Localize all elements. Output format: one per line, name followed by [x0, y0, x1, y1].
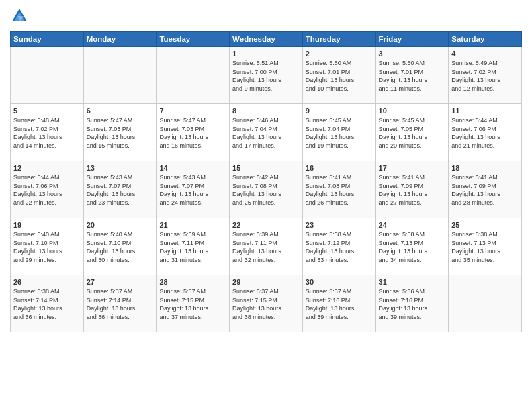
day-info: Sunrise: 5:50 AM Sunset: 7:01 PM Dayligh… — [379, 59, 446, 93]
day-info: Sunrise: 5:39 AM Sunset: 7:11 PM Dayligh… — [159, 230, 226, 264]
day-number: 26 — [13, 278, 81, 286]
calendar-table: SundayMondayTuesdayWednesdayThursdayFrid… — [10, 31, 522, 332]
day-info: Sunrise: 5:45 AM Sunset: 7:05 PM Dayligh… — [379, 116, 446, 150]
day-number: 16 — [306, 164, 373, 172]
day-cell-20: 20Sunrise: 5:40 AM Sunset: 7:10 PM Dayli… — [83, 218, 157, 275]
logo — [10, 7, 32, 26]
day-info: Sunrise: 5:45 AM Sunset: 7:04 PM Dayligh… — [306, 116, 373, 150]
page: SundayMondayTuesdayWednesdayThursdayFrid… — [0, 0, 532, 411]
day-cell-24: 24Sunrise: 5:38 AM Sunset: 7:13 PM Dayli… — [375, 218, 449, 275]
day-cell-2: 2Sunrise: 5:50 AM Sunset: 7:01 PM Daylig… — [302, 47, 375, 104]
day-cell-7: 7Sunrise: 5:47 AM Sunset: 7:03 PM Daylig… — [157, 104, 230, 161]
week-row-2: 5Sunrise: 5:48 AM Sunset: 7:02 PM Daylig… — [11, 104, 522, 161]
day-cell-empty — [157, 47, 230, 104]
col-header-monday: Monday — [83, 32, 157, 47]
day-info: Sunrise: 5:38 AM Sunset: 7:14 PM Dayligh… — [13, 287, 81, 321]
day-number: 14 — [159, 164, 226, 172]
day-info: Sunrise: 5:37 AM Sunset: 7:16 PM Dayligh… — [306, 287, 373, 321]
day-cell-empty — [11, 47, 84, 104]
day-cell-26: 26Sunrise: 5:38 AM Sunset: 7:14 PM Dayli… — [11, 275, 84, 332]
day-number: 13 — [87, 164, 154, 172]
week-row-3: 12Sunrise: 5:44 AM Sunset: 7:06 PM Dayli… — [11, 161, 522, 218]
day-cell-14: 14Sunrise: 5:43 AM Sunset: 7:07 PM Dayli… — [157, 161, 230, 218]
day-info: Sunrise: 5:51 AM Sunset: 7:00 PM Dayligh… — [232, 59, 300, 93]
col-header-sunday: Sunday — [11, 32, 84, 47]
day-cell-29: 29Sunrise: 5:37 AM Sunset: 7:15 PM Dayli… — [230, 275, 303, 332]
day-info: Sunrise: 5:38 AM Sunset: 7:13 PM Dayligh… — [451, 230, 519, 264]
day-info: Sunrise: 5:47 AM Sunset: 7:03 PM Dayligh… — [87, 116, 154, 150]
day-info: Sunrise: 5:37 AM Sunset: 7:14 PM Dayligh… — [87, 287, 154, 321]
week-row-1: 1Sunrise: 5:51 AM Sunset: 7:00 PM Daylig… — [11, 47, 522, 104]
day-number: 3 — [379, 50, 446, 58]
day-cell-27: 27Sunrise: 5:37 AM Sunset: 7:14 PM Dayli… — [83, 275, 157, 332]
col-header-tuesday: Tuesday — [157, 32, 230, 47]
day-number: 10 — [379, 107, 446, 115]
day-number: 12 — [13, 164, 81, 172]
day-info: Sunrise: 5:40 AM Sunset: 7:10 PM Dayligh… — [87, 230, 154, 264]
day-number: 22 — [232, 221, 300, 229]
day-info: Sunrise: 5:39 AM Sunset: 7:11 PM Dayligh… — [232, 230, 300, 264]
day-info: Sunrise: 5:41 AM Sunset: 7:09 PM Dayligh… — [451, 173, 519, 207]
day-cell-9: 9Sunrise: 5:45 AM Sunset: 7:04 PM Daylig… — [302, 104, 375, 161]
day-info: Sunrise: 5:36 AM Sunset: 7:16 PM Dayligh… — [379, 287, 446, 321]
col-header-friday: Friday — [375, 32, 449, 47]
col-header-saturday: Saturday — [449, 32, 522, 47]
day-number: 9 — [306, 107, 373, 115]
day-cell-empty — [83, 47, 157, 104]
day-cell-6: 6Sunrise: 5:47 AM Sunset: 7:03 PM Daylig… — [83, 104, 157, 161]
day-number: 4 — [451, 50, 519, 58]
day-info: Sunrise: 5:44 AM Sunset: 7:06 PM Dayligh… — [13, 173, 81, 207]
day-cell-5: 5Sunrise: 5:48 AM Sunset: 7:02 PM Daylig… — [11, 104, 84, 161]
day-cell-empty — [449, 275, 522, 332]
day-number: 21 — [159, 221, 226, 229]
day-number: 11 — [451, 107, 519, 115]
day-cell-17: 17Sunrise: 5:41 AM Sunset: 7:09 PM Dayli… — [375, 161, 449, 218]
day-info: Sunrise: 5:48 AM Sunset: 7:02 PM Dayligh… — [13, 116, 81, 150]
day-info: Sunrise: 5:42 AM Sunset: 7:08 PM Dayligh… — [232, 173, 300, 207]
day-number: 28 — [159, 278, 226, 286]
day-info: Sunrise: 5:44 AM Sunset: 7:06 PM Dayligh… — [451, 116, 519, 150]
day-number: 23 — [306, 221, 373, 229]
day-cell-15: 15Sunrise: 5:42 AM Sunset: 7:08 PM Dayli… — [230, 161, 303, 218]
day-number: 5 — [13, 107, 81, 115]
day-number: 29 — [232, 278, 300, 286]
day-number: 24 — [379, 221, 446, 229]
header — [10, 7, 522, 26]
day-number: 27 — [87, 278, 154, 286]
logo-icon — [10, 7, 29, 26]
day-number: 15 — [232, 164, 300, 172]
day-info: Sunrise: 5:41 AM Sunset: 7:08 PM Dayligh… — [306, 173, 373, 207]
day-info: Sunrise: 5:46 AM Sunset: 7:04 PM Dayligh… — [232, 116, 300, 150]
day-number: 30 — [306, 278, 373, 286]
day-cell-8: 8Sunrise: 5:46 AM Sunset: 7:04 PM Daylig… — [230, 104, 303, 161]
day-number: 6 — [87, 107, 154, 115]
day-cell-3: 3Sunrise: 5:50 AM Sunset: 7:01 PM Daylig… — [375, 47, 449, 104]
day-number: 2 — [306, 50, 373, 58]
day-number: 25 — [451, 221, 519, 229]
day-info: Sunrise: 5:41 AM Sunset: 7:09 PM Dayligh… — [379, 173, 446, 207]
day-number: 20 — [87, 221, 154, 229]
day-number: 19 — [13, 221, 81, 229]
day-info: Sunrise: 5:49 AM Sunset: 7:02 PM Dayligh… — [451, 59, 519, 93]
day-number: 31 — [379, 278, 446, 286]
day-number: 7 — [159, 107, 226, 115]
week-row-4: 19Sunrise: 5:40 AM Sunset: 7:10 PM Dayli… — [11, 218, 522, 275]
day-cell-31: 31Sunrise: 5:36 AM Sunset: 7:16 PM Dayli… — [375, 275, 449, 332]
day-cell-30: 30Sunrise: 5:37 AM Sunset: 7:16 PM Dayli… — [302, 275, 375, 332]
week-row-5: 26Sunrise: 5:38 AM Sunset: 7:14 PM Dayli… — [11, 275, 522, 332]
day-info: Sunrise: 5:50 AM Sunset: 7:01 PM Dayligh… — [306, 59, 373, 93]
day-cell-22: 22Sunrise: 5:39 AM Sunset: 7:11 PM Dayli… — [230, 218, 303, 275]
day-cell-4: 4Sunrise: 5:49 AM Sunset: 7:02 PM Daylig… — [449, 47, 522, 104]
day-info: Sunrise: 5:43 AM Sunset: 7:07 PM Dayligh… — [87, 173, 154, 207]
day-info: Sunrise: 5:37 AM Sunset: 7:15 PM Dayligh… — [232, 287, 300, 321]
header-row: SundayMondayTuesdayWednesdayThursdayFrid… — [11, 32, 522, 47]
day-number: 18 — [451, 164, 519, 172]
day-cell-10: 10Sunrise: 5:45 AM Sunset: 7:05 PM Dayli… — [375, 104, 449, 161]
day-cell-12: 12Sunrise: 5:44 AM Sunset: 7:06 PM Dayli… — [11, 161, 84, 218]
day-cell-23: 23Sunrise: 5:38 AM Sunset: 7:12 PM Dayli… — [302, 218, 375, 275]
day-cell-19: 19Sunrise: 5:40 AM Sunset: 7:10 PM Dayli… — [11, 218, 84, 275]
day-number: 8 — [232, 107, 300, 115]
day-info: Sunrise: 5:38 AM Sunset: 7:13 PM Dayligh… — [379, 230, 446, 264]
day-info: Sunrise: 5:40 AM Sunset: 7:10 PM Dayligh… — [13, 230, 81, 264]
day-number: 17 — [379, 164, 446, 172]
